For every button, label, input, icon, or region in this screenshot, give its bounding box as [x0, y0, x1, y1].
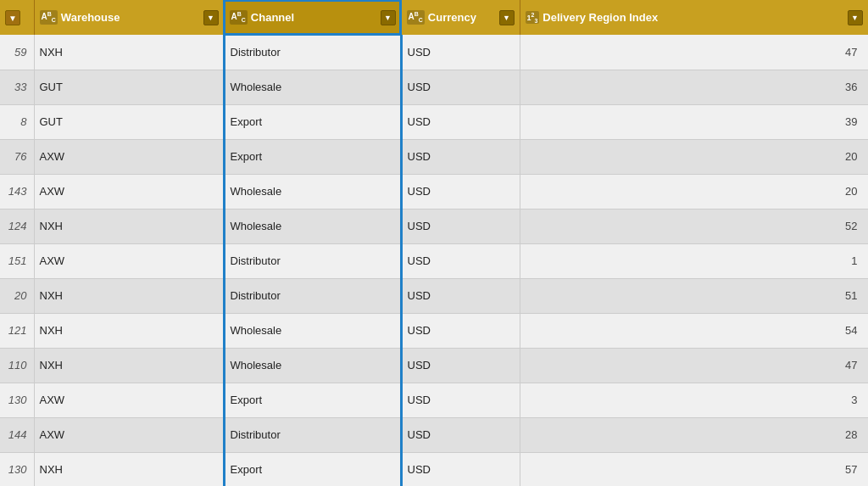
- col-header-delivery[interactable]: 123 Delivery Region Index ▼: [520, 0, 868, 35]
- cell-currency: USD: [401, 104, 520, 139]
- cell-channel: Distributor: [224, 243, 401, 278]
- col-label-warehouse: Warehouse: [61, 11, 120, 24]
- table-row: 121NXHWholesaleUSD54: [0, 313, 868, 348]
- table-row: 8GUTExportUSD39: [0, 104, 868, 139]
- cell-currency: USD: [401, 139, 520, 174]
- cell-currency: USD: [401, 209, 520, 243]
- table-row: 59NXHDistributorUSD47: [0, 35, 868, 70]
- col-label-currency: Currency: [428, 11, 476, 24]
- type-icon-warehouse: ABC: [40, 10, 58, 24]
- cell-warehouse: NXH: [34, 348, 224, 383]
- cell-warehouse: NXH: [34, 452, 224, 486]
- cell-delivery: 28: [520, 417, 868, 452]
- cell-index: 143: [0, 174, 34, 209]
- col-header-currency[interactable]: ABC Currency ▼: [401, 0, 520, 35]
- dropdown-arrow-delivery[interactable]: ▼: [848, 10, 863, 25]
- table-row: 110NXHWholesaleUSD47: [0, 348, 868, 383]
- table-header-row: ▼ ABC Warehouse ▼ ABC Channel ▼: [0, 0, 868, 35]
- cell-warehouse: GUT: [34, 70, 224, 104]
- cell-index: 76: [0, 139, 34, 174]
- table-row: 130AXWExportUSD3: [0, 383, 868, 417]
- table-row: 20NXHDistributorUSD51: [0, 278, 868, 313]
- cell-currency: USD: [401, 313, 520, 348]
- table-row: 144AXWDistributorUSD28: [0, 417, 868, 452]
- cell-channel: Export: [224, 383, 401, 417]
- table-row: 130NXHExportUSD57: [0, 452, 868, 486]
- cell-warehouse: AXW: [34, 383, 224, 417]
- cell-warehouse: AXW: [34, 174, 224, 209]
- sort-icon-index: ▼: [5, 10, 20, 25]
- cell-index: 59: [0, 35, 34, 70]
- cell-index: 151: [0, 243, 34, 278]
- col-label-channel: Channel: [251, 11, 294, 24]
- cell-delivery: 39: [520, 104, 868, 139]
- dropdown-arrow-warehouse[interactable]: ▼: [203, 10, 219, 25]
- cell-index: 121: [0, 313, 34, 348]
- cell-delivery: 20: [520, 139, 868, 174]
- cell-currency: USD: [401, 174, 520, 209]
- cell-index: 144: [0, 417, 34, 452]
- cell-index: 8: [0, 104, 34, 139]
- cell-currency: USD: [401, 278, 520, 313]
- dropdown-arrow-channel[interactable]: ▼: [381, 10, 396, 25]
- cell-warehouse: AXW: [34, 139, 224, 174]
- cell-delivery: 54: [520, 313, 868, 348]
- table-row: 33GUTWholesaleUSD36: [0, 70, 868, 104]
- cell-warehouse: NXH: [34, 35, 224, 70]
- dropdown-arrow-currency[interactable]: ▼: [499, 10, 515, 25]
- cell-channel: Export: [224, 104, 401, 139]
- type-icon-channel: ABC: [230, 10, 248, 24]
- table-body: 59NXHDistributorUSD4733GUTWholesaleUSD36…: [0, 35, 868, 486]
- cell-delivery: 1: [520, 243, 868, 278]
- cell-currency: USD: [401, 452, 520, 486]
- cell-currency: USD: [401, 348, 520, 383]
- col-header-index[interactable]: ▼: [0, 0, 34, 35]
- cell-delivery: 3: [520, 383, 868, 417]
- cell-channel: Export: [224, 139, 401, 174]
- cell-delivery: 47: [520, 35, 868, 70]
- table-row: 151AXWDistributorUSD1: [0, 243, 868, 278]
- cell-delivery: 20: [520, 174, 868, 209]
- col-label-delivery: Delivery Region Index: [542, 11, 658, 24]
- cell-warehouse: NXH: [34, 278, 224, 313]
- cell-currency: USD: [401, 417, 520, 452]
- type-icon-currency: ABC: [407, 10, 425, 24]
- cell-index: 20: [0, 278, 34, 313]
- cell-channel: Distributor: [224, 417, 401, 452]
- col-header-channel[interactable]: ABC Channel ▼: [224, 0, 401, 35]
- cell-channel: Wholesale: [224, 174, 401, 209]
- cell-warehouse: NXH: [34, 313, 224, 348]
- cell-delivery: 51: [520, 278, 868, 313]
- cell-warehouse: NXH: [34, 209, 224, 243]
- data-table: ▼ ABC Warehouse ▼ ABC Channel ▼: [0, 0, 868, 486]
- cell-index: 33: [0, 70, 34, 104]
- cell-channel: Wholesale: [224, 70, 401, 104]
- cell-warehouse: AXW: [34, 243, 224, 278]
- cell-warehouse: AXW: [34, 417, 224, 452]
- cell-channel: Wholesale: [224, 209, 401, 243]
- cell-delivery: 57: [520, 452, 868, 486]
- cell-index: 130: [0, 383, 34, 417]
- table-row: 76AXWExportUSD20: [0, 139, 868, 174]
- cell-currency: USD: [401, 35, 520, 70]
- cell-currency: USD: [401, 383, 520, 417]
- cell-warehouse: GUT: [34, 104, 224, 139]
- table-row: 124NXHWholesaleUSD52: [0, 209, 868, 243]
- cell-channel: Distributor: [224, 278, 401, 313]
- cell-channel: Wholesale: [224, 313, 401, 348]
- cell-index: 130: [0, 452, 34, 486]
- cell-currency: USD: [401, 243, 520, 278]
- cell-index: 110: [0, 348, 34, 383]
- cell-delivery: 47: [520, 348, 868, 383]
- col-header-warehouse[interactable]: ABC Warehouse ▼: [34, 0, 224, 35]
- cell-channel: Wholesale: [224, 348, 401, 383]
- cell-delivery: 52: [520, 209, 868, 243]
- cell-index: 124: [0, 209, 34, 243]
- cell-currency: USD: [401, 70, 520, 104]
- cell-channel: Export: [224, 452, 401, 486]
- cell-channel: Distributor: [224, 35, 401, 70]
- cell-delivery: 36: [520, 70, 868, 104]
- table-row: 143AXWWholesaleUSD20: [0, 174, 868, 209]
- type-icon-delivery: 123: [526, 11, 540, 25]
